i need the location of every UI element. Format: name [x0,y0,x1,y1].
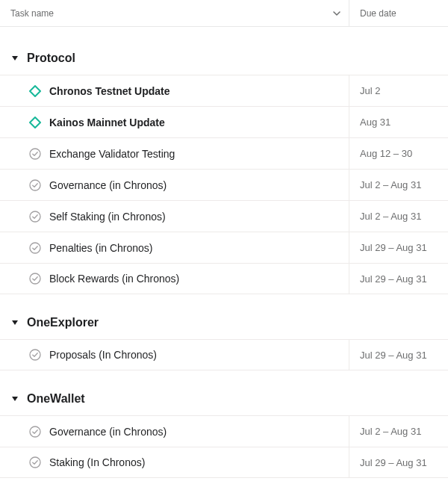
svg-point-5 [30,350,40,360]
task-main-cell[interactable]: Proposals (In Chronos) [0,340,349,370]
complete-check-icon[interactable] [28,179,42,192]
task-list: Governance (in Chronos)Jul 2 – Aug 31Sta… [0,415,448,478]
svg-point-2 [30,211,40,222]
complete-check-icon[interactable] [28,456,42,469]
task-due-cell[interactable]: Jul 2 – Aug 31 [349,416,448,447]
task-due-cell[interactable]: Jul 2 – Aug 31 [349,170,448,200]
task-main-cell[interactable]: Kainos Mainnet Update [0,107,349,137]
task-due-cell[interactable]: Jul 2 – Aug 31 [349,201,448,232]
caret-down-icon[interactable] [10,318,19,327]
task-due-cell[interactable]: Jul 29 – Aug 31 [349,264,448,294]
task-due-text: Jul 2 – Aug 31 [360,426,421,437]
task-row[interactable]: Block Rewards (in Chronos)Jul 29 – Aug 3… [0,263,448,294]
task-due-cell[interactable]: Jul 29 – Aug 31 [349,232,448,263]
task-due-cell[interactable]: Jul 2 [349,75,448,106]
task-due-cell[interactable]: Aug 12 – 30 [349,138,448,169]
complete-check-icon[interactable] [28,425,42,438]
task-list: Proposals (In Chronos)Jul 29 – Aug 31 [0,339,448,370]
complete-check-icon[interactable] [28,241,42,255]
task-due-text: Jul 29 – Aug 31 [360,273,427,285]
task-name: Chronos Testnet Update [49,85,170,97]
task-name: Governance (in Chronos) [49,426,167,438]
task-row[interactable]: Self Staking (in Chronos)Jul 2 – Aug 31 [0,200,448,232]
section-title: Protocol [27,52,75,65]
section-title: OneWallet [27,392,85,406]
task-due-text: Jul 2 [360,85,380,96]
task-due-text: Aug 31 [360,117,391,128]
task-name: Staking (In Chronos) [49,456,145,468]
task-due-text: Jul 2 – Aug 31 [360,211,421,222]
svg-point-0 [30,149,40,159]
task-due-text: Jul 29 – Aug 31 [360,242,427,253]
column-header-duedate-label: Due date [360,8,396,19]
svg-point-7 [30,457,40,468]
section-header[interactable]: OneExplorer [0,306,448,339]
task-main-cell[interactable]: Governance (in Chronos) [0,170,349,200]
task-row[interactable]: Governance (in Chronos)Jul 2 – Aug 31 [0,169,448,200]
section-header[interactable]: Protocol [0,42,448,75]
task-row[interactable]: Staking (In Chronos)Jul 29 – Aug 31 [0,447,448,478]
task-main-cell[interactable]: Block Rewards (in Chronos) [0,264,349,294]
task-name: Governance (in Chronos) [49,179,167,191]
complete-check-icon[interactable] [28,348,42,362]
task-due-cell[interactable]: Jul 29 – Aug 31 [349,447,448,477]
svg-point-4 [30,273,40,284]
svg-point-1 [30,180,40,190]
task-due-text: Jul 2 – Aug 31 [360,179,421,190]
column-header-row: Task name Due date [0,0,448,27]
column-header-taskname-label: Task name [10,8,54,19]
milestone-diamond-icon[interactable] [28,84,42,98]
task-due-text: Jul 29 – Aug 31 [360,457,427,468]
task-name: Exchange Validator Testing [49,148,175,160]
complete-check-icon[interactable] [28,272,42,285]
task-main-cell[interactable]: Staking (In Chronos) [0,447,349,477]
chevron-down-icon[interactable] [332,9,341,18]
task-main-cell[interactable]: Exchange Validator Testing [0,138,349,169]
task-due-text: Jul 29 – Aug 31 [360,350,427,361]
column-header-taskname[interactable]: Task name [0,0,349,26]
task-name: Penalties (in Chronos) [49,242,153,254]
svg-point-6 [30,426,40,437]
task-due-cell[interactable]: Jul 29 – Aug 31 [349,340,448,370]
caret-down-icon[interactable] [10,54,19,63]
task-main-cell[interactable]: Self Staking (in Chronos) [0,201,349,232]
complete-check-icon[interactable] [28,210,42,223]
section-header[interactable]: OneWallet [0,382,448,415]
task-due-text: Aug 12 – 30 [360,148,412,159]
task-row[interactable]: Kainos Mainnet UpdateAug 31 [0,106,448,137]
section-title: OneExplorer [27,316,99,329]
svg-point-3 [30,243,40,253]
task-name: Self Staking (in Chronos) [49,211,166,223]
task-row[interactable]: Chronos Testnet UpdateJul 2 [0,75,448,106]
task-row[interactable]: Proposals (In Chronos)Jul 29 – Aug 31 [0,339,448,370]
caret-down-icon[interactable] [10,394,19,403]
task-name: Kainos Mainnet Update [49,117,165,128]
task-row[interactable]: Governance (in Chronos)Jul 2 – Aug 31 [0,415,448,447]
task-list: Chronos Testnet UpdateJul 2Kainos Mainne… [0,75,448,294]
milestone-diamond-icon[interactable] [28,116,42,129]
task-main-cell[interactable]: Chronos Testnet Update [0,75,349,106]
task-name: Block Rewards (in Chronos) [49,273,179,285]
task-main-cell[interactable]: Governance (in Chronos) [0,416,349,447]
column-header-duedate[interactable]: Due date [349,8,448,19]
task-due-cell[interactable]: Aug 31 [349,107,448,137]
task-row[interactable]: Penalties (in Chronos)Jul 29 – Aug 31 [0,232,448,263]
task-row[interactable]: Exchange Validator TestingAug 12 – 30 [0,137,448,169]
task-name: Proposals (In Chronos) [49,349,157,361]
complete-check-icon[interactable] [28,147,42,161]
task-main-cell[interactable]: Penalties (in Chronos) [0,232,349,263]
